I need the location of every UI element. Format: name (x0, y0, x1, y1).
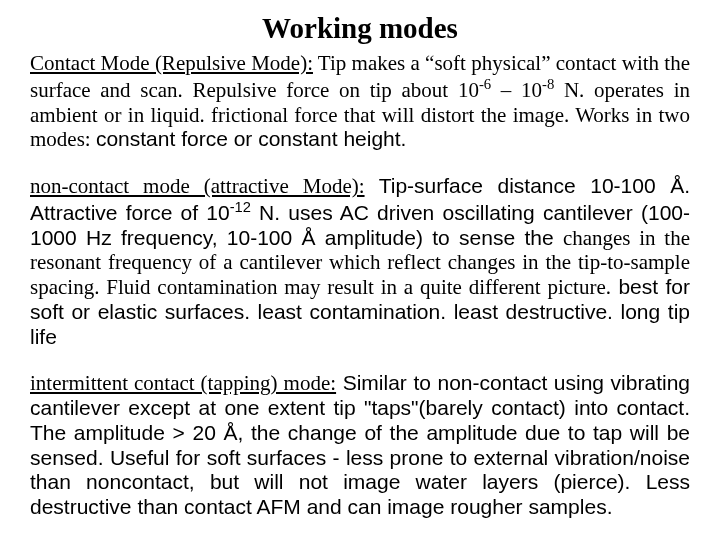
noncontact-mode-heading: non-contact mode (attractive Mode): (30, 174, 365, 198)
slide: Working modes Contact Mode (Repulsive Mo… (0, 0, 720, 540)
paragraph-noncontact-mode: non-contact mode (attractive Mode): Tip-… (30, 174, 690, 349)
tapping-mode-heading: intermittent contact (tapping) mode: (30, 371, 336, 395)
exponent: -12 (230, 199, 251, 215)
exponent: -8 (542, 76, 554, 92)
text: constant force or constant height. (96, 127, 407, 150)
paragraph-tapping-mode: intermittent contact (tapping) mode: Sim… (30, 371, 690, 520)
contact-mode-heading: Contact Mode (Repulsive Mode): (30, 51, 313, 75)
page-title: Working modes (30, 12, 690, 45)
text: – 10 (491, 78, 542, 102)
paragraph-contact-mode: Contact Mode (Repulsive Mode): Tip makes… (30, 51, 690, 152)
exponent: -6 (479, 76, 491, 92)
